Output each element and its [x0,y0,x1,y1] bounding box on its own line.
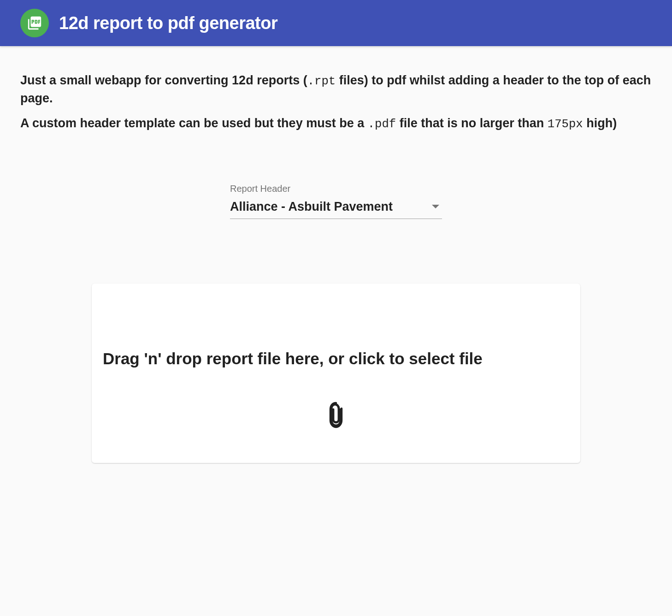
dropzone-text: Drag 'n' drop report file here, or click… [101,348,571,369]
code-pdf: .pdf [368,118,396,131]
report-header-control: Report Header Alliance - Asbuilt Pavemen… [230,184,442,219]
file-dropzone[interactable]: Drag 'n' drop report file here, or click… [92,284,580,463]
code-rpt: .rpt [307,75,336,88]
chevron-down-icon [432,205,439,208]
app-title: 12d report to pdf generator [59,13,277,33]
dropzone-section: Drag 'n' drop report file here, or click… [20,284,652,463]
intro-paragraph-1: Just a small webapp for converting 12d r… [20,72,652,107]
attachment-icon [325,401,347,431]
code-175px: 175px [548,118,583,131]
report-header-section: Report Header Alliance - Asbuilt Pavemen… [20,184,652,219]
report-header-value: Alliance - Asbuilt Pavement [230,200,393,214]
intro-text: Just a small webapp for converting 12d r… [20,72,652,133]
report-header-label: Report Header [230,184,442,194]
report-header-select[interactable]: Alliance - Asbuilt Pavement [230,197,442,219]
intro-paragraph-2: A custom header template can be used but… [20,115,652,133]
app-bar: 12d report to pdf generator [0,0,672,46]
pdf-icon [20,9,49,37]
main-content: Just a small webapp for converting 12d r… [0,46,672,491]
